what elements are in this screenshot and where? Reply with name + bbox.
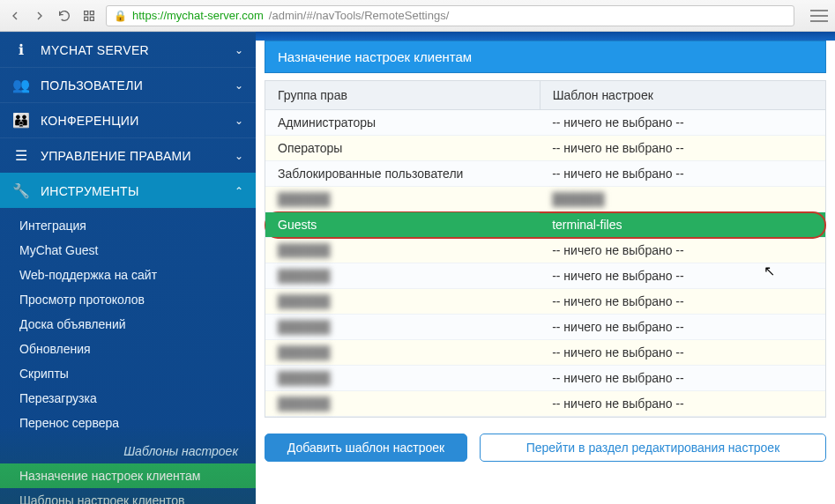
cell-template: -- ничего не выбрано -- <box>540 238 825 263</box>
cell-template: -- ничего не выбрано -- <box>540 340 825 366</box>
sub-scripts[interactable]: Скрипты <box>19 361 256 386</box>
col-header-group[interactable]: Группа прав <box>265 81 540 110</box>
cell-group: ██████ <box>265 366 540 391</box>
page-title: Назначение настроек клиентам <box>265 41 826 73</box>
cell-template: -- ничего не выбрано -- <box>540 391 825 417</box>
cell-template: -- ничего не выбрано -- <box>540 136 825 161</box>
sub-client-templates[interactable]: Шаблоны настроек клиентов <box>19 488 256 504</box>
nav-label: MYCHAT SERVER <box>41 43 224 57</box>
cell-group: Guests <box>265 212 540 238</box>
nav-label: ИНСТРУМЕНТЫ <box>41 184 224 198</box>
sub-mychat-guest[interactable]: MyChat Guest <box>19 238 256 263</box>
cell-template: -- ничего не выбрано -- <box>540 161 825 187</box>
groups-icon: 👪 <box>12 112 30 129</box>
table-row[interactable]: Заблокированные пользователи-- ничего не… <box>265 161 825 187</box>
cell-template: -- ничего не выбрано -- <box>540 315 825 340</box>
wrench-icon: 🔧 <box>12 182 30 199</box>
svg-rect-1 <box>90 11 93 14</box>
chevron-down-icon: ⌄ <box>235 44 243 56</box>
cell-template: ██████ <box>540 187 825 212</box>
svg-rect-3 <box>90 17 93 20</box>
apps-button[interactable] <box>81 8 97 24</box>
sub-web-support[interactable]: Web-поддержка на сайт <box>19 263 256 287</box>
cell-group: Заблокированные пользователи <box>265 161 540 187</box>
chevron-down-icon: ⌄ <box>235 150 243 162</box>
table-row[interactable]: ██████-- ничего не выбрано -- <box>265 340 825 366</box>
table-row[interactable]: ██████-- ничего не выбрано -- <box>265 263 825 289</box>
reload-button[interactable] <box>56 8 72 24</box>
table-row[interactable]: ██████-- ничего не выбрано -- <box>265 315 825 340</box>
url-host: https://mychat-server.com <box>132 9 264 22</box>
table-row[interactable]: ████████████ <box>265 187 825 212</box>
lock-icon: 🔒 <box>114 10 127 22</box>
sub-updates[interactable]: Обновления <box>19 337 256 361</box>
menu-button[interactable] <box>810 10 828 22</box>
table-row[interactable]: ██████-- ничего не выбрано -- <box>265 289 825 315</box>
cell-group: ██████ <box>265 315 540 340</box>
sub-protocols[interactable]: Просмотр протоколов <box>19 287 256 312</box>
sub-assign-templates[interactable]: Назначение настроек клиентам <box>0 463 256 488</box>
cell-group: ██████ <box>265 289 540 315</box>
nav-users[interactable]: 👥 ПОЛЬЗОВАТЕЛИ ⌄ <box>0 67 256 102</box>
cell-template: -- ничего не выбрано -- <box>540 110 825 136</box>
sub-board[interactable]: Доска объявлений <box>19 312 256 337</box>
back-button[interactable] <box>7 8 23 24</box>
cell-group: ██████ <box>265 391 540 417</box>
address-bar[interactable]: 🔒 https://mychat-server.com/admin/#/navT… <box>106 5 794 26</box>
nav-label: КОНФЕРЕНЦИИ <box>41 114 224 128</box>
url-path: /admin/#/navTools/RemoteSettings/ <box>269 9 450 22</box>
cell-template: -- ничего не выбрано -- <box>540 263 825 289</box>
cell-template: -- ничего не выбрано -- <box>540 289 825 315</box>
nav-conferences[interactable]: 👪 КОНФЕРЕНЦИИ ⌄ <box>0 102 256 137</box>
info-icon: ℹ <box>12 41 30 58</box>
cell-group: ██████ <box>265 340 540 366</box>
table-row[interactable]: ██████-- ничего не выбрано -- <box>265 366 825 391</box>
cell-group: ██████ <box>265 263 540 289</box>
forward-button[interactable] <box>32 8 48 24</box>
table-row[interactable]: ██████-- ничего не выбрано -- <box>265 391 825 417</box>
nav-mychat-server[interactable]: ℹ MYCHAT SERVER ⌄ <box>0 32 256 67</box>
table-row[interactable]: Gueststerminal-files <box>265 212 825 238</box>
cell-group: ██████ <box>265 187 540 212</box>
cell-group: Администраторы <box>265 110 540 136</box>
list-icon: ☰ <box>12 147 30 164</box>
table-row[interactable]: Администраторы-- ничего не выбрано -- <box>265 110 825 136</box>
chevron-down-icon: ⌄ <box>235 79 243 92</box>
nav-rights[interactable]: ☰ УПРАВЛЕНИЕ ПРАВАМИ ⌄ <box>0 137 256 173</box>
chevron-down-icon: ⌄ <box>235 115 243 127</box>
cell-template: terminal-files <box>540 212 825 238</box>
goto-editor-button[interactable]: Перейти в раздел редактирования настроек <box>480 434 826 462</box>
svg-rect-0 <box>85 11 88 14</box>
nav-tools[interactable]: 🔧 ИНСТРУМЕНТЫ ⌃ <box>0 173 256 208</box>
content-area: Назначение настроек клиентам Группа прав… <box>256 32 835 504</box>
add-template-button[interactable]: Добавить шаблон настроек <box>265 434 467 462</box>
chevron-up-icon: ⌃ <box>235 185 243 197</box>
sub-integration[interactable]: Интеграция <box>19 213 256 238</box>
col-header-template[interactable]: Шаблон настроек <box>540 81 825 110</box>
sidebar: ℹ MYCHAT SERVER ⌄ 👥 ПОЛЬЗОВАТЕЛИ ⌄ 👪 КОН… <box>0 32 256 504</box>
svg-rect-2 <box>85 17 88 20</box>
nav-tools-section: 🔧 ИНСТРУМЕНТЫ ⌃ Интеграция MyChat Guest … <box>0 173 256 504</box>
nav-tools-submenu: Интеграция MyChat Guest Web-поддержка на… <box>0 208 256 504</box>
table-row[interactable]: Операторы-- ничего не выбрано -- <box>265 136 825 161</box>
cell-group: Операторы <box>265 136 540 161</box>
sub-migrate[interactable]: Перенос сервера <box>19 411 256 435</box>
users-icon: 👥 <box>12 77 30 93</box>
cell-group: ██████ <box>265 238 540 263</box>
table-row[interactable]: ██████-- ничего не выбрано -- <box>265 238 825 263</box>
sub-restart[interactable]: Перезагрузка <box>19 386 256 411</box>
settings-table-panel: Группа прав Шаблон настроек Администрато… <box>265 80 826 418</box>
settings-table: Группа прав Шаблон настроек Администрато… <box>265 81 825 417</box>
nav-label: УПРАВЛЕНИЕ ПРАВАМИ <box>41 149 224 163</box>
cell-template: -- ничего не выбрано -- <box>540 366 825 391</box>
browser-toolbar: 🔒 https://mychat-server.com/admin/#/navT… <box>0 0 835 32</box>
button-row: Добавить шаблон настроек Перейти в разде… <box>265 434 826 462</box>
sub-divider-templates: Шаблоны настроек <box>19 435 256 463</box>
nav-label: ПОЛЬЗОВАТЕЛИ <box>41 78 224 93</box>
